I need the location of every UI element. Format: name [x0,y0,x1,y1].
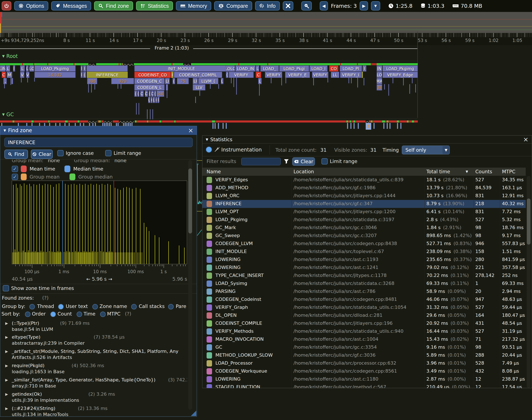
filter-clear-button[interactable]: Clear [292,157,315,166]
timeline-zone[interactable]: INIT_MODULE [134,65,228,72]
gc-event-tick[interactable] [358,123,359,129]
timeline-zone[interactable]: L [148,97,150,103]
table-row[interactable]: INFERENCE/home/kristofferc/julia/src/gf.… [202,200,526,208]
timeline-zone[interactable]: l [81,72,83,78]
table-row[interactable]: GC_Sweep/home/kristofferc/julia/src/gc.c… [202,232,526,240]
expand-icon[interactable]: ▶ [5,349,8,354]
gc-event-tick[interactable] [212,123,214,129]
found-zone-entry[interactable]: ▶(::Type)(Ptr)(9) 71.69 ms [0,321,187,326]
scrollbar-thumb[interactable] [527,198,531,245]
timing-dropdown[interactable]: Self only▼ [402,146,450,154]
timeline-zone[interactable]: CODEGEN_C [134,78,165,84]
gc-event-tick[interactable] [390,123,391,129]
table-row[interactable]: VERIFY_Graph/home/kristofferc/julia/src/… [202,304,526,312]
timeline-zone[interactable]: LLVM_( [198,78,218,84]
table-row[interactable]: LLVM_ORC/home/kristofferc/julia/src/jitl… [202,192,526,200]
timeline-zone[interactable]: LOAD_I [310,65,328,72]
timeline-zone[interactable] [166,84,168,90]
timeline-zone[interactable]: C [256,72,261,78]
timeline-zone[interactable]: VERIFY_E [285,72,310,78]
timeline-zone[interactable]: CODEINST_COMPIL [174,72,222,78]
power-button[interactable] [2,1,11,11]
timeline-zone[interactable]: L [258,78,262,84]
timeline-zone[interactable]: ( [172,78,175,84]
timeline-zone[interactable]: INFERENCE [87,72,128,78]
timeline-zone[interactable]: C [151,91,154,97]
timeline-zone[interactable]: 48 [156,91,164,97]
timeline-zone[interactable]: ( [149,91,151,97]
gc-event-tick[interactable] [387,123,388,129]
timeline-zone[interactable]: l [81,65,83,72]
timeline-zone[interactable]: C [2,72,6,78]
table-row[interactable]: LOWERING/home/kristofferc/julia/src/ast.… [202,264,526,272]
gc-event-tick[interactable] [350,123,351,129]
gc-event-tick[interactable] [222,123,224,129]
zoom-button[interactable] [301,1,312,11]
info-button[interactable]: Info [255,1,280,11]
timeline-zone[interactable]: 920 [111,78,134,84]
table-row[interactable]: METHOD_LOOKUP_SLOW/home/kristofferc/juli… [202,351,526,359]
timeline-zone[interactable]: I [151,97,152,103]
funnel-icon[interactable] [284,159,289,164]
table-row[interactable]: ADD_METHOD/home/kristofferc/julia/src/gf… [202,184,526,192]
frame-overview-band[interactable] [0,12,532,33]
timeline-zone[interactable]: LC [29,65,34,72]
timeline-zone[interactable]: LOAD_Pkgimg [34,65,76,72]
column-header-name[interactable]: Name [207,169,221,174]
timeline-zone[interactable]: ( [226,72,228,78]
timeline-zone[interactable]: 75 [177,78,189,84]
timeline-zone[interactable]: ( [83,72,86,78]
close-icon[interactable]: × [523,136,528,143]
expand-icon[interactable]: ▶ [5,406,8,411]
gc-event-tick[interactable] [347,123,348,129]
found-zone-entry[interactable]: ▶_similar_for(Array, Type, Generator, Ha… [0,377,187,383]
time-ruler[interactable]: +9s 934,729,252ns 8 s11 s14 s17 s20 s23 … [0,33,532,45]
expand-icon[interactable]: ▶ [5,321,8,325]
table-row[interactable]: LLVM_OPT/home/kristofferc/julia/src/jitl… [202,208,526,216]
messages-button[interactable]: Messages [51,1,91,11]
timeline-zone[interactable]: CODEGEN_L [134,84,165,90]
filter-input[interactable] [241,158,281,165]
memory-button[interactable]: Memory [176,1,211,11]
gc-event-tick[interactable] [226,123,227,129]
table-row[interactable]: LOAD_Processor/home/kristofferc/julia/sr… [202,359,526,367]
timeline-zone[interactable] [87,65,128,72]
timeline-zone[interactable]: M [7,72,12,78]
frame-marker-label[interactable]: Frame 2 (1:03) [155,45,189,51]
column-header-location[interactable]: Location [294,169,314,174]
table-row[interactable]: LOAD_Sysimg/home/kristofferc/julia/src/s… [202,280,526,288]
gc-event-tick[interactable] [383,123,384,129]
collapse-icon[interactable]: ▼ [206,138,208,141]
thread-gc-header[interactable]: ▼GC [2,112,14,118]
table-row[interactable]: INIT_MODULE/home/kristofferc/julia/src/t… [202,248,526,256]
timeline-zone[interactable]: IN [377,65,382,72]
timeline-zone[interactable]: l [13,65,15,72]
timeline-zone[interactable]: V [26,72,29,78]
timeline-zone[interactable]: 38 [377,84,382,90]
table-row[interactable]: MACRO_INVOCATION/home/kristofferc/julia/… [202,335,526,344]
timeline-zone[interactable]: CO [329,65,338,72]
timeline-zone[interactable]: ( [154,91,156,97]
tools-button[interactable] [283,1,293,11]
timeline-zone[interactable]: I [155,97,157,103]
timeline-zone[interactable]: LOAD_Pkgi [279,65,309,72]
table-row[interactable]: CODEGEN_LLVM/home/kristofferc/julia/src/… [202,240,526,248]
timeline-zone[interactable]: VERIFY [312,72,328,78]
gc-event-tick[interactable] [215,123,216,129]
find-zone-button[interactable]: Find zone [94,1,133,11]
table-row[interactable]: GC_Mark/home/kristofferc/julia/src/gc.c:… [202,224,526,232]
timeline-zone[interactable]: L [6,65,10,72]
gc-collection-marker[interactable]: 5 [366,123,371,130]
timeline-zone[interactable]: L [153,97,155,103]
column-header-total-time[interactable]: Total time [426,169,450,174]
timeline-zone[interactable]: LIN [0,65,5,72]
timeline-zone[interactable]: 398 [87,78,97,84]
options-button[interactable]: Options [14,1,48,11]
thread-root-header[interactable]: ▼Root [2,53,18,59]
scrollbar-thumb[interactable] [188,168,192,234]
found-zone-entry[interactable]: ▶getindex(Ok)(2) 3.26 ms [0,391,187,397]
table-row[interactable]: PARSING/home/kristofferc/julia/src/ast.c… [202,288,526,296]
timeline-zone[interactable]: ( [137,91,140,97]
found-zone-entry[interactable]: ▶(::#23#24)(String)(2) 13.36 ms [0,406,187,412]
timeline-zone[interactable]: L [221,78,223,84]
